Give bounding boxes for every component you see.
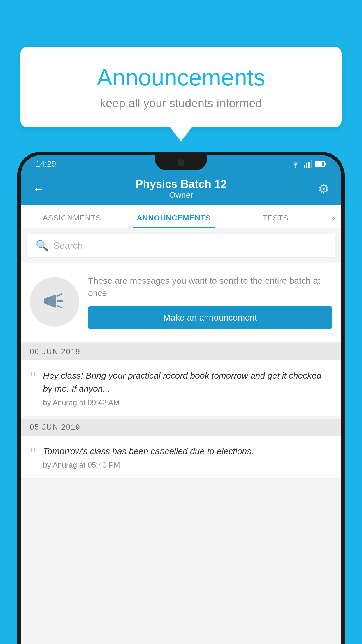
- search-icon: 🔍: [36, 239, 49, 252]
- speech-bubble-container: Announcements keep all your students inf…: [20, 47, 342, 127]
- speech-bubble: Announcements keep all your students inf…: [20, 47, 342, 127]
- speech-bubble-title: Announcements: [44, 64, 318, 91]
- announcement-icon-circle: [30, 277, 79, 327]
- announcement-item-1[interactable]: " Hey class! Bring your practical record…: [21, 360, 341, 416]
- svg-rect-4: [311, 160, 312, 168]
- svg-rect-3: [308, 162, 310, 168]
- svg-rect-9: [44, 298, 48, 304]
- announcement-author-2: by Anurag at 05:40 PM: [43, 461, 332, 470]
- svg-point-0: [295, 167, 296, 168]
- header-title-block: Physics Batch 12 Owner: [44, 178, 318, 200]
- svg-rect-6: [316, 162, 322, 166]
- phone-inner: 14:29: [21, 155, 341, 644]
- content-area: 🔍 Search: [21, 228, 341, 644]
- quote-icon-1: ": [30, 370, 36, 385]
- search-placeholder: Search: [53, 240, 83, 251]
- status-time: 14:29: [36, 159, 56, 169]
- signal-icon: [304, 160, 312, 168]
- announcement-prompt-description: These are messages you want to send to t…: [88, 275, 332, 299]
- megaphone-icon: [41, 289, 68, 315]
- phone-frame: 14:29: [17, 152, 345, 644]
- svg-line-12: [58, 306, 62, 308]
- announcement-text-2: Tomorrow's class has been cancelled due …: [43, 444, 332, 458]
- header-title: Physics Batch 12: [44, 178, 318, 190]
- tab-assignments[interactable]: ASSIGNMENTS: [21, 214, 123, 228]
- notch: [155, 155, 207, 170]
- svg-rect-1: [304, 165, 305, 168]
- front-camera: [178, 159, 184, 166]
- svg-rect-7: [325, 163, 326, 165]
- make-announcement-button[interactable]: Make an announcement: [88, 306, 332, 329]
- wifi-icon: [290, 160, 301, 168]
- announcement-text-1: Hey class! Bring your practical record b…: [43, 369, 332, 395]
- announcement-content-2: Tomorrow's class has been cancelled due …: [43, 444, 332, 470]
- date-separator-1: 06 JUN 2019: [21, 343, 341, 360]
- announcement-author-1: by Anurag at 09:42 AM: [43, 398, 332, 407]
- tab-tests[interactable]: TESTS: [225, 214, 326, 228]
- status-icons: [290, 160, 326, 168]
- announcement-prompt-right: These are messages you want to send to t…: [88, 275, 332, 329]
- phone-screen: 14:29: [21, 155, 341, 644]
- svg-line-10: [58, 294, 62, 296]
- announcement-content-1: Hey class! Bring your practical record b…: [43, 369, 332, 407]
- settings-icon[interactable]: ⚙: [318, 181, 329, 196]
- tab-announcements[interactable]: ANNOUNCEMENTS: [123, 214, 224, 228]
- date-separator-2: 05 JUN 2019: [21, 419, 341, 436]
- tabs-container: ASSIGNMENTS ANNOUNCEMENTS TESTS ›: [21, 205, 341, 228]
- battery-icon: [315, 160, 326, 167]
- svg-rect-2: [306, 163, 307, 168]
- back-button[interactable]: ←: [33, 182, 44, 195]
- announcement-prompt: These are messages you want to send to t…: [21, 263, 341, 341]
- tabs-more[interactable]: ›: [326, 214, 341, 228]
- speech-bubble-subtitle: keep all your students informed: [44, 97, 318, 110]
- app-header: ← Physics Batch 12 Owner ⚙: [21, 173, 341, 205]
- quote-icon-2: ": [30, 446, 36, 461]
- search-bar[interactable]: 🔍 Search: [27, 234, 335, 257]
- announcement-item-2[interactable]: " Tomorrow's class has been cancelled du…: [21, 436, 341, 479]
- svg-marker-8: [47, 295, 56, 308]
- header-subtitle: Owner: [44, 190, 318, 200]
